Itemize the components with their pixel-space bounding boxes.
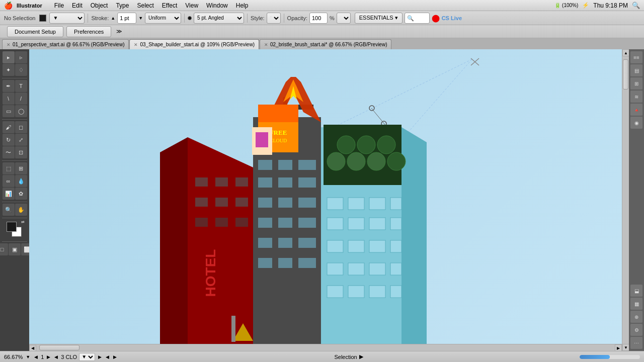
pen-tool[interactable]: ✒ [3,80,15,92]
rotate-tool[interactable]: ↻ [3,134,15,146]
scrollbar-vertical[interactable]: ▲ ▼ [622,49,629,351]
symbol-tool[interactable]: ✿ [15,188,27,200]
mesh-tool[interactable]: ⊞ [15,162,27,174]
tab-1[interactable]: ✕ 01_perspective_start.ai @ 66.67% (RGB/… [2,39,129,49]
scroll-up[interactable]: ▲ [622,49,629,56]
menu-window[interactable]: Window [202,0,232,11]
blend-tool[interactable]: ∞ [3,175,15,187]
stroke-value-input[interactable] [117,13,136,24]
graph-tool[interactable]: 📊 [3,188,15,200]
artboard-nav-prev[interactable]: ◀ [53,354,59,359]
tab-2[interactable]: ✕ 03_Shape_builder_start.ai @ 109% (RGB/… [129,39,259,49]
page-nav-next[interactable]: ▶ [46,354,51,359]
rpanel-icon-3[interactable]: ⊞ [630,77,642,89]
swap-colors[interactable]: ⇄ [21,220,25,224]
menu-file[interactable]: File [50,0,68,11]
svg-rect-14 [195,177,208,187]
battery-indicator: 🔋 (100%) [554,3,578,8]
search-input[interactable] [405,13,430,24]
brush-tool[interactable]: 🖌 [3,121,15,133]
stroke-type-select[interactable]: Uniform [145,13,181,24]
zoom-down[interactable]: ▼ [25,354,31,359]
ellipse-tool[interactable]: ◯ [15,105,27,117]
scroll-left[interactable]: ◀ [29,345,36,351]
menu-effect[interactable]: Effect [158,0,181,11]
nav-right[interactable]: ▶ [112,354,118,359]
rect-tool[interactable]: ▭ [3,105,15,117]
doc-setup-btn[interactable]: Document Setup [7,26,63,37]
menu-object[interactable]: Object [87,0,112,11]
style-select[interactable]: ▼ [267,13,281,24]
opacity-label: Opacity: [287,15,307,21]
nav-left[interactable]: ◀ [105,354,110,359]
toolbox: ▸ ▹ ✦ ♢ ✒ T \ / ▭ ◯ 🖌 ◻ ↻ ⤢ 〜 [0,49,29,351]
cs-live-btn[interactable]: CS Live [442,15,462,21]
main-toolbar: No Selection ▼ Stroke: ▲ ▼ Uniform 5 pt.… [0,11,644,25]
brush-color[interactable] [188,16,192,20]
page-nav-prev[interactable]: ◀ [33,354,39,359]
scrollbar-horizontal[interactable]: ◀ ▶ [29,344,622,351]
lasso-tool[interactable]: ♢ [15,64,27,76]
rpanel-icon-7[interactable]: ⬓ [630,285,642,297]
svg-rect-89 [348,263,364,275]
tab-1-close[interactable]: ✕ [7,42,11,47]
stroke-dropdown[interactable]: ▼ [49,13,85,24]
scroll-right[interactable]: ▶ [615,344,622,351]
perspective-tool[interactable]: ⬚ [3,162,15,174]
preferences-btn[interactable]: Preferences [66,26,111,37]
menu-view[interactable]: View [181,0,202,11]
menu-type[interactable]: Type [112,0,133,11]
rpanel-icon-9[interactable]: ⊕ [630,311,642,323]
scroll-down[interactable]: ▼ [622,344,629,351]
rpanel-icon-6[interactable]: ◉ [630,117,642,129]
rpanel-icon-5[interactable]: 🔺 [630,104,642,116]
scroll-thumb-v[interactable] [623,59,628,89]
essentials-btn[interactable]: ESSENTIALS ▾ [355,13,403,24]
tab-3[interactable]: ✕ 02_bristle_brush_start.ai* @ 66.67% (R… [260,39,391,49]
menu-edit[interactable]: Edit [68,0,87,11]
artboard-select[interactable]: ▼ [79,353,95,361]
toolsep-2 [2,119,27,120]
rpanel-icon-2[interactable]: ▤ [630,64,642,76]
search-icon[interactable]: 🔍 [632,2,640,9]
mask-mode[interactable]: ▣ [9,243,21,255]
tab-3-close[interactable]: ✕ [264,42,268,47]
stroke-up[interactable]: ▲ [111,16,115,21]
brush-select[interactable]: 5 pt. Angled [194,13,244,24]
zoom-tool[interactable]: 🔍 [3,204,15,216]
direct-select-tool[interactable]: ▹ [15,51,27,63]
opacity-input[interactable] [309,13,328,24]
rpanel-icon-1[interactable]: ≡≡ [630,51,642,63]
eraser-tool[interactable]: ◻ [15,121,27,133]
magic-wand-tool[interactable]: ✦ [3,64,15,76]
svg-rect-48 [278,198,292,208]
rpanel-icon-4[interactable]: ≋ [630,90,642,103]
rpanel-icon-8[interactable]: ▦ [630,298,642,310]
menu-help[interactable]: Help [232,0,253,11]
rpanel-icon-10[interactable]: ⚙ [630,324,642,336]
tab-2-close[interactable]: ✕ [134,42,138,47]
warp-tool[interactable]: 〜 [3,146,15,158]
eyedrop-tool[interactable]: 💧 [15,175,27,187]
opacity-mode[interactable]: ▼ [337,13,351,24]
toolsep-6 [2,241,27,242]
apple-menu[interactable]: 🍎 [4,2,13,10]
line-tool[interactable]: \ [3,93,15,105]
selection-tool[interactable]: ▸ [3,51,15,63]
free-transform-tool[interactable]: ⊡ [15,146,27,158]
type-tool[interactable]: T [15,80,27,92]
canvas-area[interactable]: HOTEL HOTEL PARKING [29,49,629,351]
arc-tool[interactable]: / [15,93,27,105]
artboard-nav-next[interactable]: ▶ [97,354,103,359]
rpanel-icon-11[interactable]: ⋯ [630,337,642,349]
scroll-thumb-h[interactable] [39,345,79,350]
normal-mode[interactable]: □ [0,243,8,255]
hand-tool[interactable]: ✋ [15,204,27,216]
stroke-color-box[interactable] [39,15,46,22]
collapse-icon[interactable]: ≫ [116,28,122,35]
scale-tool[interactable]: ⤢ [15,134,27,146]
svg-rect-44 [258,177,272,188]
menu-select[interactable]: Select [133,0,157,11]
stroke-down[interactable]: ▼ [138,16,143,21]
foreground-color[interactable] [7,222,17,232]
